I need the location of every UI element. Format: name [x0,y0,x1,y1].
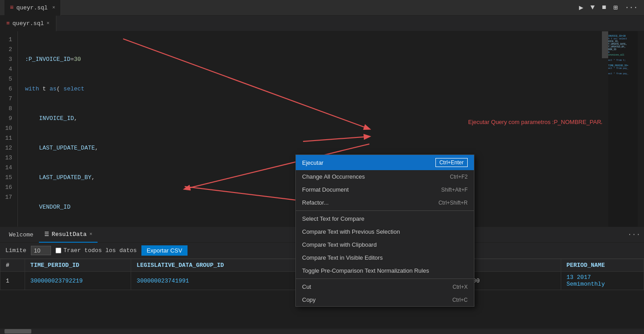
title-tab[interactable]: ≡ queyr.sql × [4,0,61,16]
format-document-shortcut: Shift+Alt+F [441,187,468,193]
context-menu-format-document[interactable]: Format Document Shift+Alt+F [296,183,474,196]
copy-shortcut: Ctrl+C [452,297,468,303]
all-data-checkbox[interactable] [55,248,61,253]
code-line-3: INVOICE_ID, [25,114,644,124]
tab-welcome[interactable]: Welcome [4,227,39,243]
col-legislative-data-group-id: LEGISLATIVE_DATA_GROUP_ID [131,259,296,272]
change-occurrences-label: Change All Occurrences [302,173,365,180]
file-tab-close[interactable]: × [47,21,50,26]
ejecutar-label: Ejecutar [302,159,324,166]
cell-period-name: 13 2017Semimonthly [561,272,644,290]
bottom-tab-actions[interactable]: ··· [627,231,640,239]
horizontal-scrollbar[interactable] [0,329,644,334]
change-occurrences-shortcut: Ctrl+F2 [450,174,468,180]
editor-scrollbar[interactable] [602,31,608,227]
context-menu-compare-clipboard[interactable]: Compare Text with Clipboard [296,238,474,251]
cell-legislative-data-group-id: 300000023741991 [131,272,296,290]
limit-input[interactable] [31,246,51,255]
context-menu-sep-2 [296,278,474,279]
col-period-name: PERIOD_NAME [561,259,644,272]
cut-shortcut: Ctrl+X [452,284,468,290]
file-tab-label: queyr.sql [13,20,44,27]
toggle-normalization-label: Toggle Pre-Comparison Text Normalization… [302,267,429,274]
cut-label: Cut [302,283,311,290]
context-menu-change-occurrences[interactable]: Change All Occurrences Ctrl+F2 [296,170,474,183]
title-tab-close[interactable]: × [52,5,55,10]
export-csv-button[interactable]: Exportar CSV [141,245,188,256]
run-dropdown-btn[interactable]: ▼ [589,3,597,13]
limit-label: Limite [5,247,26,254]
code-line-2: with t as( select [25,84,644,94]
tab-welcome-label: Welcome [9,231,34,238]
select-compare-label: Select Text for Compare [302,215,364,222]
context-menu: Ejecutar Ctrl+Enter Change All Occurrenc… [295,154,474,307]
col-hash: # [0,259,25,272]
context-menu-compare-visible[interactable]: Compare Text in Visible Editors [296,251,474,264]
compare-clipboard-label: Compare Text with Clipboard [302,241,377,248]
line-numbers: 12345 678910 1112131415 1617 [0,31,18,227]
code-line-1: :P_INVOICE_ID=30 [25,55,644,64]
title-bar-actions: ▶ ▼ ■ ⊞ ··· [577,2,640,13]
more-btn[interactable]: ··· [623,3,640,13]
context-menu-refactor[interactable]: Refactor... Ctrl+Shift+R [296,196,474,209]
context-menu-compare-previous[interactable]: Compare Text with Previous Selection [296,225,474,238]
cell-row-num: 1 [0,272,25,290]
tab-resultdata[interactable]: ☰ ResultData × [39,227,98,243]
context-menu-cut[interactable]: Cut Ctrl+X [296,280,474,293]
code-line-4: LAST_UPDATE_DATE, [25,143,644,153]
compare-previous-label: Compare Text with Previous Selection [302,228,400,235]
cell-time-period-id: 300000023792219 [25,272,131,290]
title-bar: ≡ queyr.sql × ▶ ▼ ■ ⊞ ··· [0,0,644,16]
context-menu-toggle-normalization[interactable]: Toggle Pre-Comparison Text Normalization… [296,264,474,277]
file-icon: ≡ [10,4,13,11]
tab-resultdata-icon: ☰ [44,231,49,238]
stop-btn[interactable]: ■ [600,3,608,13]
compare-visible-label: Compare Text in Visible Editors [302,254,383,261]
editor-tab-bar: ≡ queyr.sql × [0,16,644,31]
context-menu-sep-1 [296,210,474,211]
col-time-period-id: TIME_PERIOD_ID [25,259,131,272]
split-btn[interactable]: ⊞ [612,2,620,13]
refactor-shortcut: Ctrl+Shift+R [439,200,468,206]
tab-resultdata-label: ResultData [52,231,87,238]
file-tab-icon: ≡ [6,20,10,27]
tab-resultdata-close[interactable]: × [90,231,93,237]
editor-tab-file[interactable]: ≡ queyr.sql × [0,16,56,31]
copy-label: Copy [302,296,316,303]
scrollbar-thumb[interactable] [602,31,608,58]
context-menu-ejecutar[interactable]: Ejecutar Ctrl+Enter [296,155,474,170]
ejecutar-shortcut: Ctrl+Enter [435,158,468,167]
context-menu-select-compare[interactable]: Select Text for Compare [296,212,474,225]
run-btn[interactable]: ▶ [577,2,585,13]
title-tab-label: queyr.sql [16,4,47,11]
all-data-label: Traer todos los datos [55,247,137,254]
refactor-label: Refactor... [302,199,328,206]
format-document-label: Format Document [302,186,349,193]
context-menu-copy[interactable]: Copy Ctrl+C [296,293,474,306]
scrollbar-thumb-h[interactable] [4,329,31,334]
